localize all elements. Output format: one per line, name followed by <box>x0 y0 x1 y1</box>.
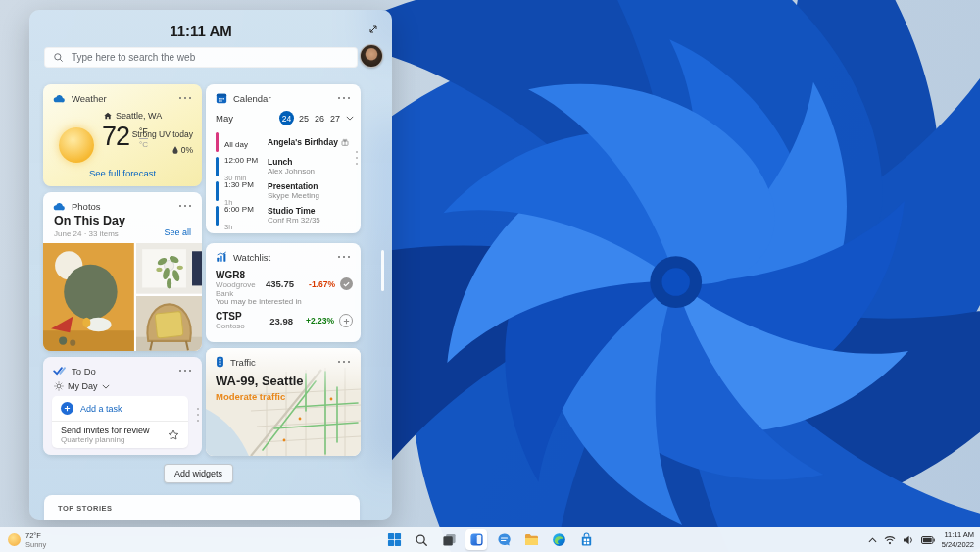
watchlist-menu-button[interactable] <box>335 253 354 262</box>
file-explorer-icon <box>524 533 539 546</box>
user-avatar[interactable] <box>360 44 383 68</box>
watchlist-added-button[interactable] <box>340 277 353 290</box>
wifi-icon <box>884 535 896 545</box>
file-explorer-button[interactable] <box>520 529 542 550</box>
traffic-widget[interactable]: Traffic WA-99, Seattle Moderate traffic <box>206 348 361 456</box>
expand-icon <box>368 24 379 35</box>
battery-icon <box>921 536 935 544</box>
top-stories-section[interactable]: TOP STORIES <box>44 495 360 520</box>
tray-time: 11:11 AM <box>942 530 974 539</box>
traffic-status: Moderate traffic <box>216 391 285 402</box>
task-subtitle: Quarterly planning <box>61 435 168 444</box>
taskbar-search-button[interactable] <box>411 529 432 550</box>
battery-button[interactable] <box>921 536 935 544</box>
speaker-icon <box>903 535 914 545</box>
stock-change: +2.23% <box>299 316 334 326</box>
plus-circle-icon <box>61 402 74 415</box>
unit-celsius[interactable]: °C <box>139 139 148 149</box>
task-view-icon <box>442 532 457 547</box>
event-color-bar <box>216 181 219 201</box>
photo-collage[interactable] <box>43 243 202 351</box>
search-input[interactable] <box>70 51 349 64</box>
photo-still-life <box>43 243 134 351</box>
tray-chevron-up-button[interactable] <box>868 537 877 543</box>
watchlist-add-button[interactable] <box>339 314 353 327</box>
todo-list-selector[interactable]: My Day <box>54 381 110 391</box>
calendar-date[interactable]: 26 <box>312 114 327 124</box>
add-task-label: Add a task <box>80 404 122 414</box>
wifi-button[interactable] <box>884 535 896 545</box>
calendar-date[interactable]: 25 <box>296 114 312 124</box>
stock-row[interactable]: WGR8 Woodgrove Bank 435.75 -1.67% <box>216 270 353 298</box>
weather-precipitation: 0% <box>181 145 193 155</box>
panel-scrollbar[interactable] <box>381 250 384 291</box>
edge-button[interactable] <box>548 529 569 550</box>
photo-thumbnail[interactable] <box>136 243 202 294</box>
calendar-title: Calendar <box>233 93 335 104</box>
event-title: Studio Time <box>268 206 349 216</box>
wallpaper-bloom <box>377 0 980 552</box>
todo-list-name: My Day <box>68 381 98 391</box>
traffic-light-icon <box>216 356 224 368</box>
see-all-link[interactable]: See all <box>164 227 191 237</box>
todo-widget[interactable]: To Do My Day <box>43 357 202 455</box>
calendar-event[interactable]: 6:00 PM 3h Studio Time Conf Rm 32/35 <box>216 205 349 226</box>
event-color-bar <box>216 132 219 152</box>
store-button[interactable] <box>575 529 597 550</box>
photos-menu-button[interactable] <box>176 202 195 211</box>
weather-location: Seattle, WA <box>116 111 162 121</box>
task-view-button[interactable] <box>438 529 460 550</box>
add-widgets-button[interactable]: Add widgets <box>164 464 233 483</box>
stock-symbol: WGR8 <box>216 270 266 280</box>
stock-row[interactable]: CTSP Contoso 23.98 +2.23% <box>216 311 353 330</box>
windows-start-icon <box>387 532 402 547</box>
photo-thumbnail[interactable] <box>136 296 202 351</box>
task-item[interactable]: Send invites for review Quarterly planni… <box>52 422 188 448</box>
start-button[interactable] <box>383 529 405 550</box>
calendar-icon <box>216 92 227 104</box>
expand-panel-button[interactable] <box>364 21 383 38</box>
star-icon[interactable] <box>168 429 179 441</box>
calendar-menu-button[interactable] <box>335 94 354 103</box>
web-search-bar[interactable] <box>44 47 358 68</box>
weather-menu-button[interactable] <box>176 94 195 103</box>
photos-subheading: June 24 · 33 items <box>54 229 119 238</box>
photos-widget[interactable]: Photos On This Day June 24 · 33 items Se… <box>43 192 202 351</box>
add-task-button[interactable]: Add a task <box>52 396 188 422</box>
traffic-title: Traffic <box>230 357 335 368</box>
search-icon <box>415 533 428 547</box>
calendar-scroll-indicator[interactable] <box>356 151 358 165</box>
watchlist-widget[interactable]: Watchlist WGR8 Woodgrove Bank 435.75 -1.… <box>206 243 361 342</box>
todo-scroll-indicator[interactable] <box>197 408 199 422</box>
calendar-month: May <box>216 113 279 124</box>
calendar-date[interactable]: 27 <box>327 114 343 124</box>
todo-menu-button[interactable] <box>176 367 195 376</box>
photos-heading: On This Day <box>54 214 125 227</box>
search-icon <box>53 52 64 63</box>
widgets-button[interactable] <box>466 529 487 550</box>
chevron-down-icon[interactable] <box>346 116 354 121</box>
event-time: All day <box>224 140 248 149</box>
weather-title: Weather <box>72 93 176 104</box>
chat-button[interactable] <box>493 529 514 550</box>
see-full-forecast-link[interactable]: See full forecast <box>43 168 202 178</box>
calendar-date-selected[interactable]: 24 <box>279 111 294 125</box>
volume-button[interactable] <box>903 535 914 545</box>
taskbar: 72°F Sunny <box>0 527 980 552</box>
weather-condition: Strong UV today <box>132 129 193 139</box>
event-time: 12:00 PM <box>224 156 258 165</box>
clock-tray-button[interactable]: 11:11 AM 5/24/2022 <box>942 530 974 549</box>
event-subtitle: Skype Meeting <box>268 191 349 200</box>
weather-widget[interactable]: Weather Seattle, WA 72 °F °C Strong UV t… <box>43 84 202 186</box>
sun-icon <box>59 127 94 163</box>
edge-icon <box>552 532 566 547</box>
calendar-widget[interactable]: Calendar May 24 25 26 27 All day Angela'… <box>206 84 361 233</box>
gift-icon <box>341 138 349 146</box>
photo-thumbnail[interactable] <box>43 243 134 351</box>
todo-check-icon <box>53 366 66 376</box>
chevron-up-icon <box>868 537 877 543</box>
traffic-menu-button[interactable] <box>335 358 354 367</box>
todo-title: To Do <box>72 366 176 376</box>
watchlist-title: Watchlist <box>233 252 335 263</box>
watchlist-chart-icon <box>216 251 227 263</box>
